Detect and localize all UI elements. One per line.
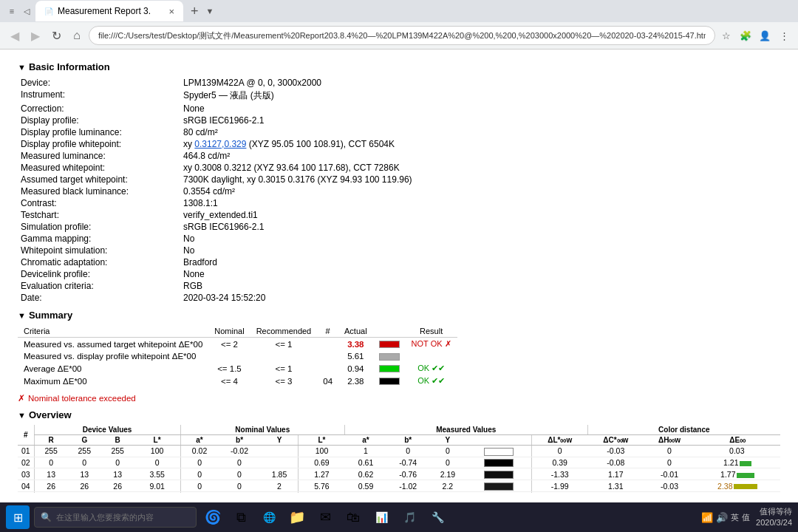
summary-result-2: OK ✔✔	[406, 362, 457, 375]
cell-dE: 1.77	[695, 468, 780, 480]
toolbar-icons: ☆ 🧩 👤 ⋮	[718, 27, 792, 44]
cell-swatch	[466, 480, 532, 492]
value-chromatic: Bradford	[180, 256, 780, 268]
summary-title: Summary	[29, 310, 72, 321]
col-G: G	[68, 435, 101, 446]
whitepoint-link[interactable]: 0.3127,0.329	[194, 139, 246, 149]
cell-dC: -0.08	[587, 457, 644, 468]
cell-Y: 2.07	[261, 491, 299, 493]
cell-B: 38	[101, 491, 134, 493]
cell-B: 255	[101, 446, 134, 457]
cell-Lm: 0.69	[299, 457, 345, 468]
forward-button[interactable]: ▶	[27, 27, 44, 44]
cell-dC: 1.17	[587, 468, 644, 480]
value-display-profile: sRGB IEC61966-2.1	[180, 115, 780, 126]
col-bstar-meas: b*	[387, 435, 429, 446]
label-testchart: Testchart:	[18, 209, 180, 221]
warning-icon: ✗	[18, 393, 25, 403]
label-sim-profile: Simulation profile:	[18, 221, 180, 233]
browser-back-icon: ◁	[21, 5, 33, 17]
col-Lstar-meas: L*	[299, 435, 345, 446]
cell-Ls: 0	[134, 457, 181, 468]
home-button[interactable]: ⌂	[68, 27, 86, 44]
value-display-luminance: 80 cd/m²	[180, 126, 780, 138]
summary-nominal-2: <= 1.5	[208, 362, 250, 375]
cell-B: 0	[101, 457, 134, 468]
cell-bm: -1.02	[387, 480, 429, 492]
value-measured-whitepoint: xy 0.3008 0.3212 (XYZ 93.64 100 117.68),…	[180, 162, 780, 174]
cell-as: 0.02	[180, 446, 218, 457]
label-date: Date:	[18, 292, 180, 304]
summary-criteria-2: Average ΔE*00	[18, 362, 208, 375]
summary-col-actual: Actual	[338, 325, 373, 338]
profile-icon[interactable]: 👤	[757, 27, 773, 44]
warning-text: Nominal tolerance exceeded	[28, 394, 136, 403]
tab-title: Measurement Report 3.	[58, 6, 164, 16]
summary-nominal-1	[208, 350, 250, 362]
col-astar-meas: a*	[344, 435, 386, 446]
summary-hash-1	[317, 350, 338, 362]
overview-row: 04 26 26 26 9.01 0 0 2 5.76 0.59 -1.02 2…	[18, 480, 780, 492]
summary-actual-3: 2.38	[338, 375, 373, 387]
cell-Ls: 3.55	[134, 468, 181, 480]
cell-Y: 2	[261, 480, 299, 492]
col-group-device: Device Values	[34, 425, 180, 435]
value-contrast: 1308.1:1	[180, 197, 780, 209]
col-dL: ΔL*₀₀w	[532, 435, 587, 446]
cell-Y	[261, 457, 299, 468]
summary-nominal-3: <= 4	[208, 375, 250, 387]
tab-close-button[interactable]: ×	[168, 6, 174, 17]
cell-R: 38	[34, 491, 68, 493]
basic-info-header: ▼ Basic Information	[18, 61, 780, 72]
cell-Ls: 9.01	[134, 480, 181, 492]
active-tab[interactable]: 📄 Measurement Report 3. ×	[35, 1, 183, 21]
summary-swatch-3	[373, 375, 406, 387]
summary-actual-1: 5.61	[338, 350, 373, 362]
info-row-display-whitepoint: Display profile whitepoint: xy 0.3127,0.…	[18, 138, 780, 150]
section-arrow-icon: ▼	[18, 63, 26, 72]
bookmark-icon[interactable]: ☆	[718, 27, 734, 44]
info-row-sim-profile: Simulation profile: sRGB IEC61966-2.1	[18, 221, 780, 233]
back-button[interactable]: ◀	[6, 27, 24, 44]
cell-n: 02	[18, 457, 34, 468]
summary-row-3: Maximum ΔE*00 <= 4 <= 3 04 2.38 OK ✔✔	[18, 375, 457, 387]
cell-dL: 0	[532, 446, 587, 457]
cell-dH: -0.01	[644, 468, 695, 480]
info-row-chromatic: Chromatic adaptation: Bradford	[18, 256, 780, 268]
cell-swatch	[466, 446, 532, 457]
col-group-measured: Measured Values	[344, 425, 587, 435]
label-device: Device:	[18, 77, 180, 89]
col-Y-nom: Y	[261, 435, 299, 446]
extensions-icon[interactable]: 🧩	[737, 27, 754, 44]
tab-dropdown-icon[interactable]: ▼	[206, 7, 214, 16]
col-B: B	[101, 435, 134, 446]
label-gamma: Gamma mapping:	[18, 233, 180, 245]
browser-menu-icon[interactable]: ≡	[6, 5, 18, 17]
value-device: LPM139M422A @ 0, 0, 3000x2000	[180, 77, 780, 89]
label-black-luminance: Measured black luminance:	[18, 185, 180, 197]
summary-row-0: Measured vs. assumed target whitepoint Δ…	[18, 338, 457, 351]
cell-G: 38	[68, 491, 101, 493]
cell-am: 1	[344, 446, 386, 457]
settings-icon[interactable]: ⋮	[776, 27, 792, 44]
address-input[interactable]	[89, 26, 715, 45]
refresh-button[interactable]: ↻	[47, 27, 65, 44]
summary-row-1: Measured vs. display profile whitepoint …	[18, 350, 457, 362]
summary-col-result: Result	[406, 325, 457, 338]
new-tab-button[interactable]: +	[186, 4, 203, 19]
cell-swatch	[466, 457, 532, 468]
cell-G: 13	[68, 468, 101, 480]
cell-bs: -0.02	[218, 446, 260, 457]
col-Lstar-nom: L*	[134, 435, 181, 446]
label-eval: Evaluation criteria:	[18, 280, 180, 292]
col-Y-meas: Y	[429, 435, 466, 446]
cell-Y	[261, 446, 299, 457]
label-assumed-whitepoint: Assumed target whitepoint:	[18, 174, 180, 185]
address-bar: ◀ ▶ ↻ ⌂ ☆ 🧩 👤 ⋮	[0, 22, 798, 49]
summary-hash-2	[317, 362, 338, 375]
cell-Lm: 1.27	[299, 468, 345, 480]
summary-row-2: Average ΔE*00 <= 1.5 <= 1 0.94 OK ✔✔	[18, 362, 457, 375]
cell-R: 26	[34, 480, 68, 492]
value-instrument: Spyder5 — 液晶 (共版)	[180, 89, 780, 103]
cell-as: 0	[180, 457, 218, 468]
